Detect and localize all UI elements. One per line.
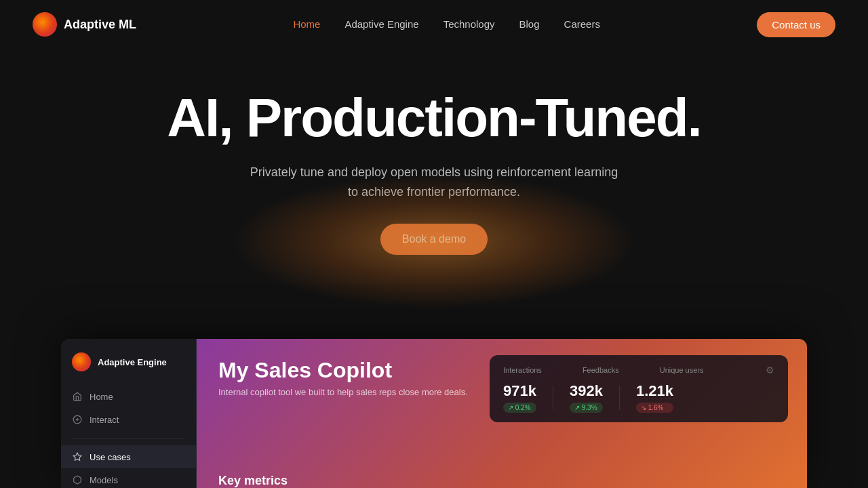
navbar: Adaptive ML Home Adaptive Engine Technol…: [0, 0, 868, 49]
svg-marker-3: [73, 453, 81, 460]
book-demo-button[interactable]: Book a demo: [380, 224, 488, 255]
hero-section: AI, Production-Tuned. Privately tune and…: [0, 49, 868, 282]
contact-button[interactable]: Contact us: [757, 12, 835, 37]
stat-divider-1: [553, 386, 553, 410]
sparkle-icon: [72, 451, 83, 462]
logo[interactable]: Adaptive ML: [33, 12, 136, 37]
feedbacks-label: Feedbacks: [583, 366, 619, 374]
dashboard-sidebar: Adaptive Engine Home Interact: [61, 339, 197, 488]
sidebar-title: Adaptive Engine: [98, 357, 167, 367]
nav-item-blog[interactable]: Blog: [519, 18, 540, 30]
sidebar-logo-icon: [72, 352, 91, 371]
nav-links: Home Adaptive Engine Technology Blog Car…: [293, 18, 600, 30]
sidebar-item-home[interactable]: Home: [61, 385, 196, 408]
interactions-value: 971k: [503, 382, 536, 400]
stats-values: 971k ↗ 0.2% 392k ↗ 9.3% 1.21k ↘ 1.6%: [503, 382, 774, 413]
sidebar-nav-secondary: Use cases Models: [61, 445, 196, 488]
stat-divider-2: [619, 386, 620, 410]
stats-labels: Interactions Feedbacks Unique users: [503, 366, 704, 374]
sidebar-item-interact[interactable]: Interact: [61, 408, 196, 431]
nav-item-careers[interactable]: Careers: [564, 18, 600, 30]
interactions-badge: ↗ 0.2%: [503, 403, 536, 413]
stat-interactions: 971k ↗ 0.2%: [503, 382, 536, 413]
unique-users-value: 1.21k: [636, 382, 673, 400]
sidebar-nav: Home Interact: [61, 385, 196, 431]
interact-icon: [72, 414, 83, 425]
sidebar-item-use-cases[interactable]: Use cases: [61, 445, 196, 468]
hero-title: AI, Production-Tuned.: [14, 89, 854, 146]
key-metrics-label: Key metrics: [218, 474, 288, 488]
logo-text: Adaptive ML: [64, 18, 136, 32]
cube-icon: [72, 474, 83, 485]
nav-item-adaptive-engine[interactable]: Adaptive Engine: [344, 18, 418, 30]
unique-users-label: Unique users: [660, 366, 704, 374]
sidebar-divider: [72, 438, 185, 439]
logo-icon: [33, 12, 57, 37]
stats-card: Interactions Feedbacks Unique users ⚙ 97…: [490, 355, 788, 422]
interactions-label: Interactions: [503, 366, 542, 374]
feedbacks-value: 392k: [570, 382, 603, 400]
sidebar-header: Adaptive Engine: [61, 352, 196, 385]
home-icon: [72, 391, 83, 402]
hero-subtitle: Privately tune and deploy open models us…: [244, 163, 624, 202]
nav-item-home[interactable]: Home: [293, 18, 320, 30]
nav-item-technology[interactable]: Technology: [443, 18, 495, 30]
stat-unique-users: 1.21k ↘ 1.6%: [636, 382, 673, 413]
unique-users-badge: ↘ 1.6%: [636, 403, 673, 413]
stat-feedbacks: 392k ↗ 9.3%: [570, 382, 603, 413]
settings-icon[interactable]: ⚙: [766, 365, 774, 375]
feedbacks-badge: ↗ 9.3%: [570, 403, 603, 413]
dashboard-main: My Sales Copilot Internal copilot tool w…: [197, 339, 807, 488]
sidebar-item-models[interactable]: Models: [61, 468, 196, 488]
stats-header: Interactions Feedbacks Unique users ⚙: [503, 365, 774, 375]
dashboard-preview: Adaptive Engine Home Interact: [61, 339, 807, 488]
